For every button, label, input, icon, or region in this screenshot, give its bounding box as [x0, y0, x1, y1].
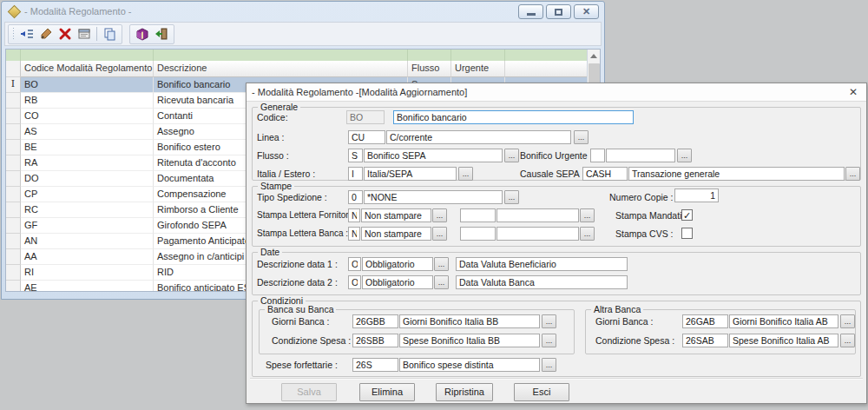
stampa-lettera-banca-code-field[interactable] [348, 227, 360, 241]
italia-estero-desc-field[interactable] [364, 167, 457, 181]
dialog-close-icon[interactable]: ✕ [846, 86, 860, 99]
tipo-spedizione-lookup-button[interactable]: ... [504, 190, 519, 204]
row-code-cell[interactable]: AN [21, 234, 154, 249]
spese-forfettarie-desc-field[interactable] [399, 358, 540, 372]
minimize-button[interactable] [518, 4, 543, 19]
spese-forfettarie-code-field[interactable] [352, 358, 398, 372]
stampa-lettera-banca-extra-desc-field[interactable] [496, 227, 579, 241]
header-urgente[interactable]: Urgente [451, 61, 505, 77]
scroll-up-button[interactable] [588, 50, 600, 63]
stampa-lettera-banca-extra-code-field[interactable] [460, 227, 496, 241]
header-flusso[interactable]: Flusso [408, 61, 451, 77]
ab-giorni-banca-lookup-button[interactable]: ... [840, 314, 855, 328]
copy-button[interactable] [100, 25, 119, 43]
header-descrizione[interactable]: Descrizione [154, 61, 408, 77]
italia-estero-code-field[interactable] [348, 167, 363, 181]
data2-code-field[interactable] [348, 275, 361, 289]
causale-sepa-lookup-button[interactable]: ... [845, 167, 860, 181]
stampa-mandati-checkbox[interactable]: ✓ [681, 209, 693, 221]
row-code-cell[interactable]: DO [21, 171, 154, 187]
stampa-lettera-banca-extra-lookup-button[interactable]: ... [580, 227, 595, 241]
current-record-indicator [6, 187, 21, 202]
row-code-cell[interactable]: AS [21, 124, 154, 140]
row-code-cell[interactable]: CP [21, 187, 154, 202]
row-code-cell[interactable]: AA [21, 249, 154, 265]
properties-icon [77, 27, 91, 41]
data1-code-field[interactable] [348, 257, 361, 271]
ab-condizione-spesa-code-field[interactable] [682, 334, 728, 347]
ab-condizione-spesa-desc-field[interactable] [729, 334, 838, 347]
stampa-lettera-banca-lookup-button[interactable]: ... [432, 227, 447, 241]
flusso-code-field[interactable] [348, 149, 363, 162]
causale-sepa-desc-field[interactable] [628, 167, 845, 181]
row-code-cell[interactable]: BO [21, 77, 154, 93]
spese-forfettarie-lookup-button[interactable]: ... [542, 358, 556, 372]
edit-record-button[interactable] [36, 25, 56, 43]
flusso-desc-field[interactable] [364, 149, 503, 162]
causale-sepa-code-field[interactable] [582, 167, 628, 181]
flusso-lookup-button[interactable]: ... [504, 149, 519, 162]
linea-code-field[interactable] [348, 130, 385, 144]
linea-desc-field[interactable] [386, 130, 571, 144]
tipo-spedizione-code-field[interactable] [348, 190, 363, 204]
data1-desc-field[interactable] [362, 257, 433, 271]
data2-lookup-button[interactable]: ... [434, 275, 449, 289]
header-codice[interactable]: Codice Modalità Regolamento [21, 61, 154, 77]
toolbar-grip[interactable] [12, 27, 15, 41]
row-code-cell[interactable]: RC [21, 202, 154, 218]
numero-copie-label: Numero Copie : [609, 190, 674, 204]
ab-giorni-banca-code-field[interactable] [682, 314, 728, 328]
stampa-lettera-fornitore-extra-code-field[interactable] [460, 208, 496, 222]
bsb-giorni-banca-code-field[interactable] [352, 314, 398, 328]
row-code-cell[interactable]: RI [21, 265, 154, 281]
row-code-cell[interactable]: RB [21, 93, 154, 109]
dialog-titlebar[interactable]: - Modalità Regolamento -[Modalità Aggior… [247, 83, 866, 102]
italia-estero-lookup-button[interactable]: ... [458, 167, 473, 181]
row-code-cell[interactable]: CO [21, 109, 154, 124]
stampa-lettera-fornitore-extra-lookup-button[interactable]: ... [580, 208, 595, 222]
window-titlebar[interactable]: - Modalità Regolamento - ✕ [2, 2, 604, 21]
data2-value-field[interactable] [456, 275, 628, 289]
row-code-cell[interactable]: RA [21, 155, 154, 171]
exit-button[interactable] [152, 25, 171, 43]
bonifico-urgente-code-field[interactable] [590, 149, 605, 162]
esci-button[interactable]: Esci [514, 383, 569, 401]
bsb-condizione-spesa-desc-field[interactable] [399, 334, 540, 347]
stampa-lettera-fornitore-code-field[interactable] [348, 208, 360, 222]
maximize-button[interactable] [546, 4, 571, 19]
properties-button[interactable] [75, 25, 94, 43]
tipo-spedizione-desc-field[interactable] [364, 190, 503, 204]
bsb-condizione-spesa-lookup-button[interactable]: ... [542, 334, 556, 347]
numero-copie-field[interactable] [674, 188, 719, 202]
bsb-giorni-banca-desc-field[interactable] [399, 314, 540, 328]
salva-button[interactable]: Salva [281, 383, 337, 401]
row-code-cell[interactable]: BE [21, 140, 154, 155]
bsb-condizione-spesa-code-field[interactable] [352, 334, 398, 347]
stampa-lettera-fornitore-desc-field[interactable] [361, 208, 431, 222]
ab-giorni-banca-desc-field[interactable] [729, 314, 838, 328]
stampa-lettera-fornitore-extra-desc-field[interactable] [496, 208, 579, 222]
codice-desc-field[interactable] [393, 110, 634, 124]
bonifico-urgente-desc-field[interactable] [606, 149, 675, 162]
data1-lookup-button[interactable]: ... [434, 257, 449, 271]
bsb-giorni-banca-lookup-button[interactable]: ... [542, 314, 556, 328]
linea-lookup-button[interactable]: ... [574, 130, 589, 144]
close-button[interactable]: ✕ [574, 4, 599, 19]
current-record-indicator [6, 124, 21, 140]
row-code-cell[interactable]: AE [21, 281, 154, 292]
stampa-cvs-checkbox[interactable] [681, 228, 693, 239]
delete-record-button[interactable] [56, 25, 75, 43]
elimina-button[interactable]: Elimina [359, 383, 415, 401]
add-record-button[interactable] [17, 25, 36, 43]
data1-value-field[interactable] [456, 257, 628, 271]
data2-desc-field[interactable] [362, 275, 433, 289]
row-code-cell[interactable]: GF [21, 218, 154, 234]
tipo-spedizione-label: Tipo Spedizione : [257, 190, 327, 204]
ab-condizione-spesa-lookup-button[interactable]: ... [840, 334, 855, 347]
ripristina-button[interactable]: Ripristina [436, 383, 493, 401]
bonifico-urgente-lookup-button[interactable]: ... [677, 149, 692, 162]
stampa-lettera-fornitore-lookup-button[interactable]: ... [432, 208, 447, 222]
help-book-button[interactable] [133, 25, 152, 43]
stampa-lettera-banca-desc-field[interactable] [361, 227, 431, 241]
codice-field[interactable] [346, 110, 385, 124]
